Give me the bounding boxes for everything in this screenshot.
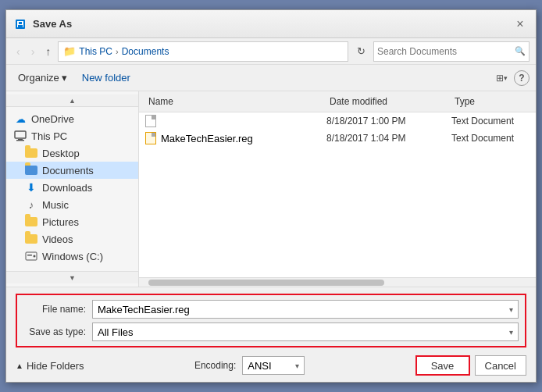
organize-label: Organize bbox=[18, 72, 59, 84]
sidebar-item-music[interactable]: ♪ Music bbox=[6, 196, 138, 213]
title-bar: Save As × bbox=[6, 10, 536, 38]
breadcrumb-this-pc[interactable]: This PC bbox=[79, 46, 112, 57]
sidebar-item-this-pc[interactable]: This PC bbox=[6, 127, 138, 144]
documents-folder-icon bbox=[25, 164, 37, 176]
organize-arrow: ▾ bbox=[62, 72, 67, 84]
filename-dropdown-arrow[interactable]: ▾ bbox=[509, 305, 513, 314]
cancel-button[interactable]: Cancel bbox=[475, 355, 526, 376]
view-button[interactable]: ⊞ ▾ bbox=[492, 69, 511, 87]
desktop-folder-icon bbox=[25, 147, 37, 159]
file-name-cell bbox=[145, 115, 326, 127]
save-type-label: Save as type: bbox=[23, 326, 86, 337]
sidebar: ▲ ☁ OneDrive This PC bbox=[6, 91, 139, 287]
scrollbar-thumb[interactable] bbox=[148, 280, 384, 286]
sidebar-scroll-up[interactable]: ▲ bbox=[6, 94, 138, 107]
file-type-cell: Text Document bbox=[451, 116, 530, 127]
svg-rect-2 bbox=[18, 25, 23, 27]
svg-rect-9 bbox=[27, 255, 32, 256]
svg-rect-3 bbox=[19, 22, 22, 24]
close-button[interactable]: × bbox=[512, 16, 528, 32]
drive-icon bbox=[25, 250, 37, 262]
breadcrumb-separator: › bbox=[116, 47, 119, 56]
file-name-cell: MakeTechEasier.reg bbox=[145, 132, 326, 144]
sidebar-item-downloads[interactable]: ⬇ Downloads bbox=[6, 179, 138, 196]
toolbar-right: ⊞ ▾ ? bbox=[492, 69, 530, 87]
file-icon bbox=[145, 115, 156, 127]
file-name-label: File name: bbox=[23, 304, 86, 315]
save-button[interactable]: Save bbox=[415, 355, 470, 376]
save-type-value: All Files bbox=[98, 326, 134, 338]
refresh-button[interactable]: ↻ bbox=[351, 42, 370, 61]
search-box[interactable]: 🔍 bbox=[373, 41, 530, 62]
sidebar-item-onedrive[interactable]: ☁ OneDrive bbox=[6, 110, 138, 127]
save-type-row: Save as type: All Files ▾ bbox=[23, 323, 519, 341]
scroll-down-icon: ▼ bbox=[69, 274, 76, 282]
svg-point-8 bbox=[34, 255, 36, 258]
sidebar-item-windows-c[interactable]: Windows (C:) bbox=[6, 248, 138, 265]
nav-bar: ‹ › ↑ 📁 This PC › Documents ↻ 🔍 bbox=[6, 38, 536, 65]
sidebar-label-desktop: Desktop bbox=[42, 148, 80, 159]
sidebar-item-documents[interactable]: Documents bbox=[6, 162, 138, 179]
sidebar-label-pictures: Pictures bbox=[42, 216, 79, 228]
sidebar-item-desktop[interactable]: Desktop bbox=[6, 144, 138, 162]
breadcrumb-documents[interactable]: Documents bbox=[122, 46, 169, 57]
file-name-input[interactable]: MakeTechEasier.reg ▾ bbox=[92, 300, 519, 319]
view-icon: ⊞ bbox=[496, 73, 504, 84]
save-type-select[interactable]: All Files ▾ bbox=[92, 323, 519, 341]
svg-rect-6 bbox=[16, 140, 24, 141]
this-pc-icon bbox=[14, 130, 27, 142]
breadcrumb: 📁 This PC › Documents bbox=[58, 41, 348, 62]
file-name-label: MakeTechEasier.reg bbox=[161, 133, 253, 144]
music-icon: ♪ bbox=[25, 198, 37, 211]
videos-folder-icon bbox=[25, 233, 37, 245]
search-icon: 🔍 bbox=[515, 46, 526, 56]
help-button[interactable]: ? bbox=[514, 70, 530, 86]
search-input[interactable] bbox=[377, 46, 513, 57]
dialog-buttons: Save Cancel bbox=[415, 355, 526, 376]
new-folder-button[interactable]: New folder bbox=[79, 70, 134, 85]
content-area: Name Date modified Type 8/18/2017 1:00 P… bbox=[139, 91, 536, 287]
sidebar-item-pictures[interactable]: Pictures bbox=[6, 213, 138, 230]
file-list-header: Name Date modified Type bbox=[139, 91, 536, 112]
organize-button[interactable]: Organize ▾ bbox=[12, 69, 73, 86]
dialog-icon bbox=[14, 18, 27, 30]
main-area: ▲ ☁ OneDrive This PC bbox=[6, 91, 536, 287]
sidebar-scroll-down[interactable]: ▼ bbox=[6, 271, 138, 283]
sidebar-label-videos: Videos bbox=[42, 233, 73, 245]
sidebar-label-windows-c: Windows (C:) bbox=[42, 251, 103, 262]
sidebar-label-this-pc: This PC bbox=[31, 130, 67, 142]
toolbar: Organize ▾ New folder ⊞ ▾ ? bbox=[6, 65, 536, 91]
sidebar-item-videos[interactable]: Videos bbox=[6, 230, 138, 248]
file-date-cell: 8/18/2017 1:04 PM bbox=[326, 133, 451, 144]
pictures-folder-icon bbox=[25, 216, 37, 228]
back-button[interactable]: ‹ bbox=[12, 43, 24, 60]
title-bar-left: Save As bbox=[14, 18, 72, 30]
col-name-header[interactable]: Name bbox=[145, 94, 326, 109]
horizontal-scrollbar[interactable] bbox=[139, 277, 536, 287]
encoding-dropdown-arrow[interactable]: ▾ bbox=[295, 362, 299, 370]
file-type-cell: Text Document bbox=[451, 133, 530, 144]
sidebar-label-music: Music bbox=[42, 199, 69, 211]
file-date-cell: 8/18/2017 1:00 PM bbox=[326, 116, 451, 127]
savetype-dropdown-arrow[interactable]: ▾ bbox=[509, 328, 513, 337]
forward-button[interactable]: › bbox=[27, 43, 39, 60]
onedrive-icon: ☁ bbox=[14, 112, 27, 125]
sidebar-label-documents: Documents bbox=[42, 165, 94, 176]
col-date-header[interactable]: Date modified bbox=[326, 94, 451, 109]
scroll-up-icon: ▲ bbox=[69, 97, 76, 105]
hide-folders-button[interactable]: ▲ Hide Folders bbox=[16, 360, 84, 372]
encoding-value: ANSI bbox=[248, 360, 271, 372]
col-type-header[interactable]: Type bbox=[451, 94, 530, 109]
file-icon bbox=[145, 132, 156, 144]
table-row[interactable]: MakeTechEasier.reg 8/18/2017 1:04 PM Tex… bbox=[139, 130, 536, 147]
encoding-select[interactable]: ANSI ▾ bbox=[242, 356, 305, 375]
dialog-title: Save As bbox=[33, 18, 72, 30]
file-name-row: File name: MakeTechEasier.reg ▾ bbox=[23, 300, 519, 319]
table-row[interactable]: 8/18/2017 1:00 PM Text Document bbox=[139, 112, 536, 130]
save-as-dialog: Save As × ‹ › ↑ 📁 This PC › Documents ↻ … bbox=[5, 9, 537, 383]
encoding-area: Encoding: ANSI ▾ bbox=[194, 356, 305, 375]
downloads-icon: ⬇ bbox=[25, 181, 37, 194]
bottom-form: File name: MakeTechEasier.reg ▾ Save as … bbox=[6, 287, 536, 382]
up-button[interactable]: ↑ bbox=[41, 43, 55, 60]
file-list: 8/18/2017 1:00 PM Text Document MakeTech… bbox=[139, 112, 536, 277]
